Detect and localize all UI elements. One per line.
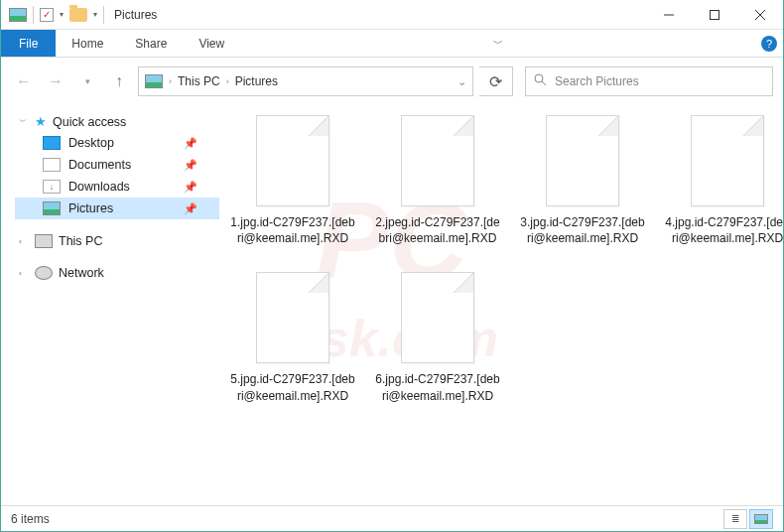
item-count: 6 items [11,512,50,526]
window-title: Pictures [114,8,157,22]
file-item[interactable]: 2.jpeg.id-C279F237.[debri@keemail.me].RX… [374,115,501,246]
breadcrumb[interactable]: This PC [178,74,220,88]
breadcrumb[interactable]: Pictures [235,74,278,88]
content-pane[interactable]: 1.jpg.id-C279F237.[debri@keemail.me].RXD… [219,101,783,505]
ribbon: File Home Share View ﹀ ? [1,30,783,58]
search-placeholder: Search Pictures [555,74,639,88]
file-item[interactable]: 5.jpg.id-C279F237.[debri@keemail.me].RXD [229,272,356,403]
qat: ✓ ▾ ▾ [1,6,104,24]
file-item[interactable]: 1.jpg.id-C279F237.[debri@keemail.me].RXD [229,115,356,246]
file-name: 3.jpg.id-C279F237.[debri@keemail.me].RXD [519,214,646,246]
refresh-button[interactable]: ⟳ [479,66,513,96]
sidebar-network[interactable]: › Network [15,263,219,283]
file-name: 6.jpg.id-C279F237.[debri@keemail.me].RXD [374,371,501,403]
sidebar-item-documents[interactable]: Documents 📌 [15,154,219,176]
network-icon [35,266,53,280]
sidebar: ﹀ ★ Quick access Desktop 📌 Documents 📌 D… [1,101,219,505]
file-name: 2.jpeg.id-C279F237.[debri@keemail.me].RX… [374,214,501,246]
qat-properties-icon[interactable]: ✓ [40,8,54,22]
star-icon: ★ [35,114,47,129]
tab-view[interactable]: View [183,30,240,57]
sidebar-label: This PC [59,234,102,248]
file-name: 5.jpg.id-C279F237.[debri@keemail.me].RXD [229,371,356,403]
main-area: ﹀ ★ Quick access Desktop 📌 Documents 📌 D… [1,101,783,505]
file-thumbnail [546,115,619,206]
sidebar-label: Quick access [53,115,126,129]
file-item[interactable]: 4.jpg.id-C279F237.[debri@keemail.me].RXD [664,115,783,246]
details-view-button[interactable]: ≣ [723,509,747,529]
sidebar-label: Network [59,266,104,280]
chevron-right-icon[interactable]: › [226,76,229,86]
sidebar-this-pc[interactable]: › This PC [15,231,219,251]
file-name: 1.jpg.id-C279F237.[debri@keemail.me].RXD [229,214,356,246]
file-grid: 1.jpg.id-C279F237.[debri@keemail.me].RXD… [229,115,773,404]
svg-point-6 [535,74,543,82]
search-icon [534,73,547,89]
sidebar-item-label: Pictures [68,201,113,215]
pin-icon: 📌 [184,159,197,172]
svg-line-7 [542,81,546,85]
sidebar-item-label: Documents [68,158,131,172]
separator [103,6,104,24]
address-bar[interactable]: › This PC › Pictures ⌄ [138,66,473,96]
file-thumbnail [256,115,329,206]
sidebar-item-downloads[interactable]: Downloads 📌 [15,176,219,198]
sidebar-item-pictures[interactable]: Pictures 📌 [15,198,219,219]
file-thumbnail [401,272,474,363]
caret-icon: › [19,237,29,246]
pc-icon [35,234,53,248]
svg-rect-3 [711,10,719,19]
pictures-icon [43,201,61,215]
qat-newfolder-icon[interactable] [69,8,87,22]
documents-icon [43,158,61,172]
titlebar: ✓ ▾ ▾ Pictures [1,0,783,30]
chevron-down-icon[interactable]: ▾ [60,10,64,19]
close-button[interactable] [737,0,783,30]
sidebar-item-label: Desktop [68,136,114,150]
app-icon [9,8,27,22]
file-item[interactable]: 3.jpg.id-C279F237.[debri@keemail.me].RXD [519,115,646,246]
file-item[interactable]: 6.jpg.id-C279F237.[debri@keemail.me].RXD [374,272,501,403]
file-name: 4.jpg.id-C279F237.[debri@keemail.me].RXD [664,214,783,246]
pin-icon: 📌 [184,181,197,194]
sidebar-quick-access[interactable]: ﹀ ★ Quick access [15,111,219,132]
tab-share[interactable]: Share [119,30,183,57]
file-thumbnail [401,115,474,206]
chevron-down-icon[interactable]: ⌄ [457,75,466,88]
downloads-icon [43,180,61,194]
file-thumbnail [256,272,329,363]
nav-row: ← → ▾ ↑ › This PC › Pictures ⌄ ⟳ Search … [1,62,783,101]
separator [33,6,34,24]
help-icon: ? [761,36,777,52]
search-input[interactable]: Search Pictures [525,66,773,96]
explorer-window: ✓ ▾ ▾ Pictures File Home Share View ﹀ ? … [0,0,784,532]
help-button[interactable]: ? [755,30,783,57]
chevron-right-icon[interactable]: › [169,76,172,86]
status-bar: 6 items ≣ [1,505,783,531]
desktop-icon [43,136,61,150]
caret-icon: › [19,269,29,278]
file-thumbnail [691,115,764,206]
sidebar-item-desktop[interactable]: Desktop 📌 [15,132,219,154]
back-button[interactable]: ← [11,68,37,94]
forward-button[interactable]: → [43,68,68,94]
location-icon [145,74,163,88]
maximize-button[interactable] [692,0,737,30]
recent-dropdown[interactable]: ▾ [74,68,100,94]
caret-icon: ﹀ [19,116,29,127]
pin-icon: 📌 [184,137,197,150]
ribbon-expand-button[interactable]: ﹀ [484,30,512,57]
pin-icon: 📌 [184,202,197,215]
tab-home[interactable]: Home [56,30,119,57]
sidebar-item-label: Downloads [68,180,130,194]
window-controls [646,0,783,30]
minimize-button[interactable] [646,0,692,30]
file-tab[interactable]: File [1,30,56,57]
view-buttons: ≣ [723,509,773,529]
thumbnails-icon [754,514,768,524]
up-button[interactable]: ↑ [106,68,132,94]
qat-dropdown-icon[interactable]: ▾ [93,10,97,19]
icons-view-button[interactable] [749,509,773,529]
